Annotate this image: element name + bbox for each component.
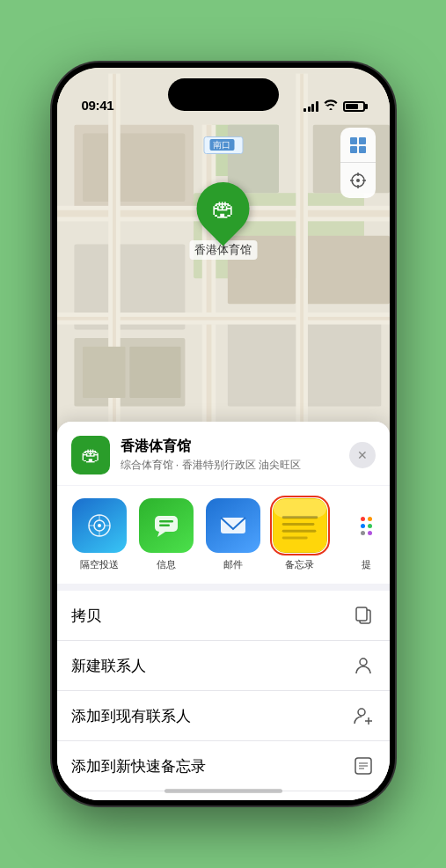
copy-action[interactable]: 拷贝 xyxy=(57,591,390,641)
svg-rect-50 xyxy=(281,530,316,533)
svg-rect-49 xyxy=(281,523,314,526)
copy-label: 拷贝 xyxy=(71,606,101,626)
add-existing-contact-action[interactable]: 添加到现有联系人 xyxy=(57,691,390,741)
battery-icon xyxy=(343,101,365,112)
mail-share-item[interactable]: 邮件 xyxy=(205,498,261,571)
map-controls xyxy=(340,128,376,198)
signal-icon xyxy=(303,101,318,112)
svg-rect-47 xyxy=(274,499,326,518)
svg-rect-43 xyxy=(159,520,173,523)
close-button[interactable]: ✕ xyxy=(349,442,376,468)
svg-rect-27 xyxy=(359,146,366,153)
airdrop-label: 隔空投送 xyxy=(80,558,119,571)
svg-point-54 xyxy=(360,658,367,666)
svg-rect-25 xyxy=(359,137,366,144)
notes-label: 备忘录 xyxy=(285,558,314,571)
new-contact-label: 新建联系人 xyxy=(71,656,146,676)
svg-rect-10 xyxy=(304,236,390,305)
more-label: 提 xyxy=(362,558,371,571)
home-indicator xyxy=(165,789,282,793)
new-contact-action[interactable]: 新建联系人 xyxy=(57,641,390,691)
svg-marker-42 xyxy=(157,532,165,537)
dynamic-island xyxy=(168,78,279,111)
more-share-item[interactable]: 提 xyxy=(339,498,390,571)
svg-rect-26 xyxy=(350,146,357,153)
copy-icon xyxy=(351,603,376,628)
person-icon xyxy=(351,653,376,678)
svg-rect-2 xyxy=(83,133,185,202)
phone-frame: 09:41 xyxy=(52,63,395,805)
svg-point-36 xyxy=(98,524,101,527)
svg-rect-41 xyxy=(155,516,178,532)
phone-screen: 09:41 xyxy=(57,68,390,800)
action-list: 拷贝 新建联系人 xyxy=(57,591,390,800)
location-marker: 🏟 香港体育馆 xyxy=(189,182,257,260)
quick-note-icon xyxy=(351,754,376,778)
mail-icon xyxy=(206,498,260,553)
more-icon xyxy=(347,498,386,553)
svg-rect-15 xyxy=(57,317,390,320)
location-button[interactable] xyxy=(340,163,376,198)
svg-rect-22 xyxy=(83,347,125,398)
map-type-button[interactable] xyxy=(340,128,376,163)
place-subtitle: 综合体育馆 · 香港特别行政区 油尖旺区 xyxy=(121,458,339,473)
status-icons xyxy=(303,99,365,113)
road-label: 南口 xyxy=(203,136,243,154)
place-icon: 🏟 xyxy=(71,436,110,474)
bottom-sheet: 🏟 香港体育馆 综合体育馆 · 香港特别行政区 油尖旺区 ✕ xyxy=(57,422,390,800)
message-label: 信息 xyxy=(157,558,176,571)
svg-rect-24 xyxy=(350,137,357,144)
map-area: 南口 xyxy=(57,68,390,446)
svg-rect-51 xyxy=(281,537,307,540)
airdrop-icon xyxy=(72,498,127,553)
svg-rect-44 xyxy=(159,525,170,527)
wifi-icon xyxy=(324,99,338,113)
marker-pin: 🏟 xyxy=(186,172,260,246)
svg-rect-19 xyxy=(300,74,303,441)
place-name: 香港体育馆 xyxy=(121,438,339,456)
share-row: 隔空投送 信息 xyxy=(57,486,390,584)
add-quick-note-label: 添加到新快速备忘录 xyxy=(71,756,206,776)
status-time: 09:41 xyxy=(82,98,114,113)
svg-point-29 xyxy=(356,179,360,182)
add-quick-note-action[interactable]: 添加到新快速备忘录 xyxy=(57,741,390,791)
person-add-icon xyxy=(351,703,376,728)
airdrop-share-item[interactable]: 隔空投送 xyxy=(71,498,128,571)
place-header: 🏟 香港体育馆 综合体育馆 · 香港特别行政区 油尖旺区 ✕ xyxy=(57,422,390,485)
message-icon xyxy=(139,498,194,553)
svg-rect-53 xyxy=(356,607,367,621)
svg-rect-8 xyxy=(206,125,211,446)
message-share-item[interactable]: 信息 xyxy=(138,498,194,571)
add-existing-contact-label: 添加到现有联系人 xyxy=(71,706,191,726)
mail-label: 邮件 xyxy=(223,558,243,571)
notes-icon xyxy=(273,498,327,553)
notes-share-item[interactable]: 备忘录 xyxy=(272,498,328,571)
place-info: 香港体育馆 综合体育馆 · 香港特别行政区 油尖旺区 xyxy=(121,438,339,473)
svg-rect-23 xyxy=(129,347,180,398)
svg-point-55 xyxy=(358,709,365,716)
svg-rect-48 xyxy=(281,516,318,519)
